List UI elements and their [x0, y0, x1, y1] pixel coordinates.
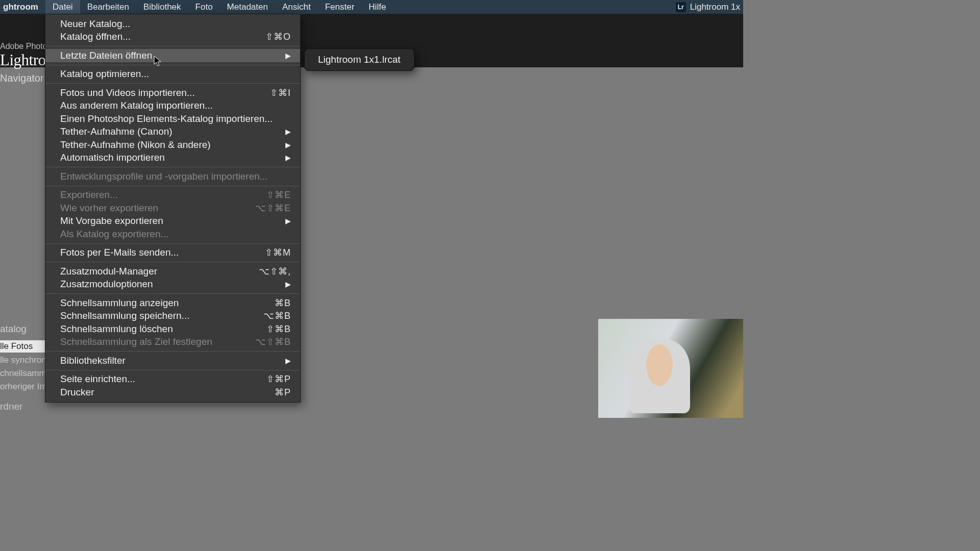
menu-item-label: Aus anderem Katalog importieren...: [60, 100, 291, 111]
menu-item-label: Schnellsammlung als Ziel festlegen: [60, 336, 255, 347]
menu-shortcut: ⇧⌘O: [265, 31, 291, 42]
submenu-arrow-icon: ▶: [285, 154, 291, 162]
file-menu-dropdown: Neuer Katalog...Katalog öffnen...⇧⌘OLetz…: [45, 14, 301, 403]
menu-item[interactable]: Schnellsammlung anzeigen⌘B: [45, 296, 300, 310]
menu-item[interactable]: Neuer Katalog...: [45, 17, 300, 31]
menubar-right-label: Lightroom 1x: [690, 2, 740, 12]
menu-item[interactable]: Katalog optimieren...: [45, 68, 300, 81]
menu-item-label: Zusatzmodul-Manager: [60, 266, 259, 277]
menu-separator: [45, 65, 300, 65]
menu-item[interactable]: Automatisch importieren▶: [45, 152, 300, 165]
left-panel-navigator[interactable]: Navigator: [0, 67, 45, 84]
recent-files-submenu: Lightroom 1x1.lrcat: [304, 48, 414, 71]
menu-item[interactable]: Tether-Aufnahme (Canon)▶: [45, 126, 300, 139]
menu-separator: [45, 83, 300, 84]
menu-item[interactable]: Letzte Dateien öffnen▶: [45, 49, 300, 62]
menu-item[interactable]: Mit Vorgabe exportieren▶: [45, 215, 300, 228]
menu-shortcut: ⌥⌘B: [263, 310, 291, 321]
menubar-right: Lr Lightroom 1x: [676, 2, 743, 12]
folders-title[interactable]: rdner: [0, 401, 22, 412]
navigator-label: Navigator: [0, 67, 45, 84]
menu-item-label: Drucker: [60, 387, 275, 398]
submenu-arrow-icon: ▶: [285, 217, 291, 225]
menu-item[interactable]: Seite einrichten...⇧⌘P: [45, 373, 300, 386]
macos-menubar: ghtroom DateiBearbeitenBibliothekFotoMet…: [0, 0, 743, 14]
menu-shortcut: ⌘P: [275, 387, 291, 398]
menu-item-label: Katalog optimieren...: [60, 68, 291, 80]
menu-item[interactable]: Fotos per E-Mails senden...⇧⌘M: [45, 246, 300, 260]
menu-item-label: Exportieren...: [60, 189, 266, 201]
menu-item[interactable]: Schnellsammlung speichern...⌥⌘B: [45, 310, 300, 323]
menu-item: Schnellsammlung als Ziel festlegen⌥⇧⌘B: [45, 336, 300, 349]
menu-item-label: Mit Vorgabe exportieren: [60, 215, 285, 227]
catalog-title[interactable]: atalog: [0, 323, 27, 335]
menu-item-label: Fotos per E-Mails senden...: [60, 247, 265, 258]
menu-item: Wie vorher exportieren⌥⇧⌘E: [45, 202, 300, 215]
menu-item: Als Katalog exportieren...: [45, 228, 300, 241]
menu-separator: [45, 186, 300, 186]
menubar-item-ansicht[interactable]: Ansicht: [275, 0, 318, 14]
menu-shortcut: ⇧⌘E: [266, 189, 291, 201]
menu-item-label: Wie vorher exportieren: [60, 203, 255, 214]
catalog-item-previous-import[interactable]: orheriger Imp: [0, 382, 52, 392]
menu-item[interactable]: Drucker⌘P: [45, 386, 300, 399]
submenu-arrow-icon: ▶: [285, 128, 291, 136]
menu-item-label: Zusatzmoduloptionen: [60, 279, 285, 290]
webcam-overlay: [598, 319, 743, 418]
menu-separator: [45, 167, 300, 167]
menu-item: Entwicklungsprofile und -vorgaben import…: [45, 170, 300, 183]
menu-separator: [45, 243, 300, 244]
menu-item-label: Entwicklungsprofile und -vorgaben import…: [60, 171, 291, 182]
menu-item-label: Neuer Katalog...: [60, 18, 291, 30]
menu-item-label: Katalog öffnen...: [60, 31, 265, 42]
menu-separator: [45, 46, 300, 46]
menu-separator: [45, 351, 300, 352]
menu-item[interactable]: Schnellsammlung löschen⇧⌘B: [45, 322, 300, 336]
recent-file-item[interactable]: Lightroom 1x1.lrcat: [305, 52, 414, 67]
menubar-item-fenster[interactable]: Fenster: [318, 0, 362, 14]
menu-separator: [45, 262, 300, 262]
menu-item-label: Bibliotheksfilter: [60, 355, 285, 366]
menu-item[interactable]: Tether-Aufnahme (Nikon & andere)▶: [45, 138, 300, 152]
menubar-item-hilfe[interactable]: Hilfe: [361, 0, 393, 14]
menu-item-label: Tether-Aufnahme (Canon): [60, 126, 285, 137]
menu-shortcut: ⌥⇧⌘B: [255, 336, 291, 347]
menu-shortcut: ⇧⌘M: [265, 247, 291, 258]
menu-shortcut: ⌘B: [275, 297, 291, 309]
submenu-arrow-icon: ▶: [285, 141, 291, 149]
menu-shortcut: ⌥⇧⌘,: [259, 266, 291, 277]
menu-item[interactable]: Katalog öffnen...⇧⌘O: [45, 31, 300, 44]
menu-shortcut: ⇧⌘I: [270, 87, 291, 98]
menu-item-label: Schnellsammlung löschen: [60, 323, 266, 335]
submenu-arrow-icon: ▶: [285, 280, 291, 288]
menu-item: Exportieren...⇧⌘E: [45, 189, 300, 202]
menu-separator: [45, 370, 300, 370]
catalog-item-sync[interactable]: lle synchroni: [0, 355, 48, 365]
catalog-item-all-photos[interactable]: lle Fotos: [0, 340, 45, 353]
menubar-item-bearbeiten[interactable]: Bearbeiten: [80, 0, 136, 14]
menu-item-label: Schnellsammlung anzeigen: [60, 297, 275, 309]
menubar-item-datei[interactable]: Datei: [45, 0, 80, 14]
lightroom-icon: Lr: [676, 2, 686, 12]
menubar-item-foto[interactable]: Foto: [188, 0, 220, 14]
catalog-item-quickcollection[interactable]: chnellsamml: [0, 368, 48, 379]
menu-shortcut: ⌥⇧⌘E: [255, 203, 291, 214]
menu-item[interactable]: Bibliotheksfilter▶: [45, 354, 300, 367]
menu-item-label: Tether-Aufnahme (Nikon & andere): [60, 139, 285, 151]
menubar-item-metadaten[interactable]: Metadaten: [220, 0, 275, 14]
menu-item-label: Seite einrichten...: [60, 373, 266, 385]
submenu-arrow-icon: ▶: [285, 357, 291, 365]
menubar-item-bibliothek[interactable]: Bibliothek: [136, 0, 188, 14]
menu-separator: [45, 293, 300, 294]
menu-shortcut: ⇧⌘P: [266, 373, 291, 385]
menu-item-label: Letzte Dateien öffnen: [60, 50, 285, 61]
menu-item[interactable]: Fotos und Videos importieren...⇧⌘I: [45, 86, 300, 99]
menu-shortcut: ⇧⌘B: [266, 323, 291, 335]
app-name: ghtroom: [0, 2, 45, 12]
menu-item[interactable]: Einen Photoshop Elements-Katalog importi…: [45, 112, 300, 126]
menu-item[interactable]: Aus anderem Katalog importieren...: [45, 99, 300, 113]
menu-item-label: Automatisch importieren: [60, 152, 285, 163]
menu-item-label: Fotos und Videos importieren...: [60, 87, 270, 98]
menu-item[interactable]: Zusatzmoduloptionen▶: [45, 278, 300, 291]
menu-item[interactable]: Zusatzmodul-Manager⌥⇧⌘,: [45, 265, 300, 278]
